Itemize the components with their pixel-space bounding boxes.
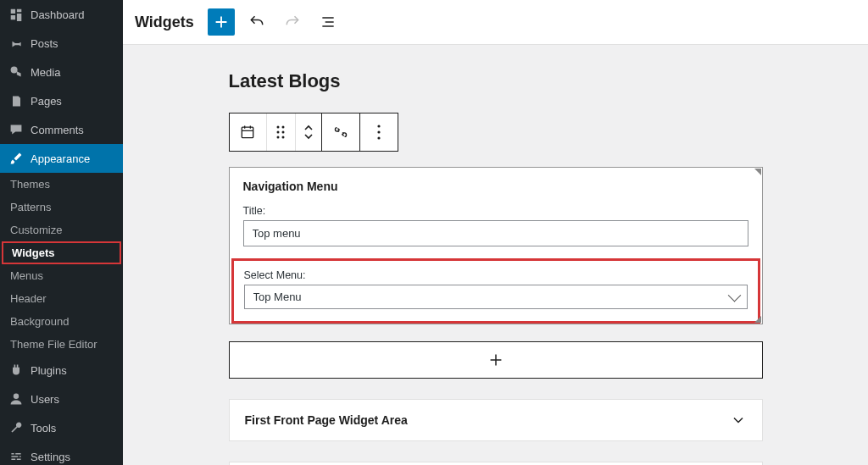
svg-point-4: [282, 126, 285, 129]
move-to-button[interactable]: [322, 113, 359, 151]
pin-icon: [8, 36, 24, 51]
chevron-down-icon: [730, 412, 747, 429]
sidebar-label: Media: [31, 66, 60, 79]
chevron-up-icon: [303, 125, 314, 131]
add-block-button[interactable]: [208, 8, 235, 36]
media-icon: [8, 64, 24, 80]
comment-icon: [8, 122, 24, 137]
brush-icon: [8, 151, 24, 166]
calendar-icon: [239, 124, 256, 141]
sidebar-item-users[interactable]: Users: [0, 385, 123, 413]
plus-icon: [487, 351, 505, 369]
title-input[interactable]: [243, 220, 748, 246]
svg-point-3: [277, 126, 280, 129]
block-type-button[interactable]: [230, 113, 267, 151]
append-block-button[interactable]: [229, 341, 763, 379]
menu-select[interactable]: Top Menu: [244, 285, 748, 309]
dashboard-icon: [8, 7, 24, 22]
title-label: Title:: [243, 205, 748, 217]
select-menu-highlight: Select Menu: Top Menu: [231, 258, 760, 324]
drag-icon: [275, 125, 287, 140]
widget-area-latest-blogs: Latest Blogs: [229, 70, 763, 379]
svg-point-0: [11, 67, 18, 74]
svg-rect-2: [242, 127, 253, 138]
navigation-menu-widget[interactable]: Navigation Menu Title: Select Menu: Top …: [229, 167, 763, 324]
plugin-icon: [8, 363, 24, 378]
sidebar-label: Dashboard: [31, 8, 85, 21]
sidebar-label: Posts: [31, 37, 58, 50]
sidebar-item-settings[interactable]: Settings: [0, 442, 123, 465]
sidebar-item-tools[interactable]: Tools: [0, 413, 123, 442]
sidebar-sub-background[interactable]: Background: [0, 310, 123, 333]
svg-point-8: [282, 136, 285, 139]
sidebar-item-plugins[interactable]: Plugins: [0, 356, 123, 385]
app-root: Dashboard Posts Media Pages Comments: [0, 0, 868, 465]
select-wrap: Top Menu: [244, 285, 748, 309]
sidebar-sub-theme-file-editor[interactable]: Theme File Editor: [0, 333, 123, 356]
select-menu-label: Select Menu:: [244, 269, 748, 281]
sidebar-label: Tools: [31, 422, 56, 435]
user-icon: [8, 391, 24, 407]
sidebar-item-media[interactable]: Media: [0, 58, 123, 86]
redo-button[interactable]: [279, 8, 306, 36]
sidebar-item-appearance[interactable]: Appearance: [0, 144, 123, 173]
main-area: Widgets Latest Blogs: [123, 0, 868, 465]
sidebar-label: Plugins: [31, 364, 67, 377]
sidebar-sub-customize[interactable]: Customize: [0, 219, 123, 241]
sidebar-label: Pages: [31, 95, 62, 108]
content-scroll[interactable]: Latest Blogs: [123, 45, 868, 465]
panel-title: First Front Page Widget Area: [245, 413, 408, 427]
svg-point-5: [277, 131, 280, 134]
sidebar-sub-menus[interactable]: Menus: [0, 264, 123, 287]
block-toolbar: [229, 113, 398, 152]
sidebar-item-dashboard[interactable]: Dashboard: [0, 0, 123, 29]
svg-point-6: [282, 131, 285, 134]
block-options-button[interactable]: [360, 113, 398, 151]
sidebar-label: Settings: [31, 451, 70, 463]
sidebar-label: Comments: [31, 124, 84, 136]
sidebar-sub-widgets[interactable]: Widgets: [2, 241, 121, 264]
sidebar-sub-header[interactable]: Header: [0, 287, 123, 310]
kebab-icon: [377, 125, 381, 140]
widget-area-title: Latest Blogs: [229, 70, 763, 92]
svg-point-11: [377, 136, 380, 139]
svg-point-7: [277, 136, 280, 139]
drag-handle[interactable]: [267, 113, 296, 151]
sidebar-sub-themes[interactable]: Themes: [0, 173, 123, 196]
editor-topbar: Widgets: [123, 0, 868, 45]
sidebar-label: Users: [31, 393, 59, 406]
wrench-icon: [8, 420, 24, 435]
sidebar-sub-patterns[interactable]: Patterns: [0, 196, 123, 219]
widget-heading: Navigation Menu: [243, 180, 748, 193]
sidebar-item-comments[interactable]: Comments: [0, 115, 123, 144]
sliders-icon: [8, 449, 24, 464]
sidebar-item-posts[interactable]: Posts: [0, 29, 123, 58]
svg-point-1: [14, 394, 19, 399]
scroll-up-icon: [754, 169, 761, 175]
move-up-down[interactable]: [296, 113, 321, 151]
sidebar-item-pages[interactable]: Pages: [0, 86, 123, 115]
svg-point-9: [377, 125, 380, 127]
admin-sidebar: Dashboard Posts Media Pages Comments: [0, 0, 123, 465]
sidebar-label: Appearance: [31, 152, 90, 165]
chevron-down-icon: [303, 133, 314, 140]
svg-point-10: [377, 130, 380, 133]
page-title: Widgets: [135, 14, 194, 31]
page-icon: [8, 93, 24, 108]
undo-button[interactable]: [243, 8, 270, 36]
scroll-down-icon: [754, 316, 761, 323]
widget-area-panel-first-front-page[interactable]: First Front Page Widget Area: [229, 399, 763, 441]
widget-area-panel-next[interactable]: [229, 462, 763, 465]
move-icon: [331, 125, 350, 140]
list-view-button[interactable]: [314, 8, 342, 36]
